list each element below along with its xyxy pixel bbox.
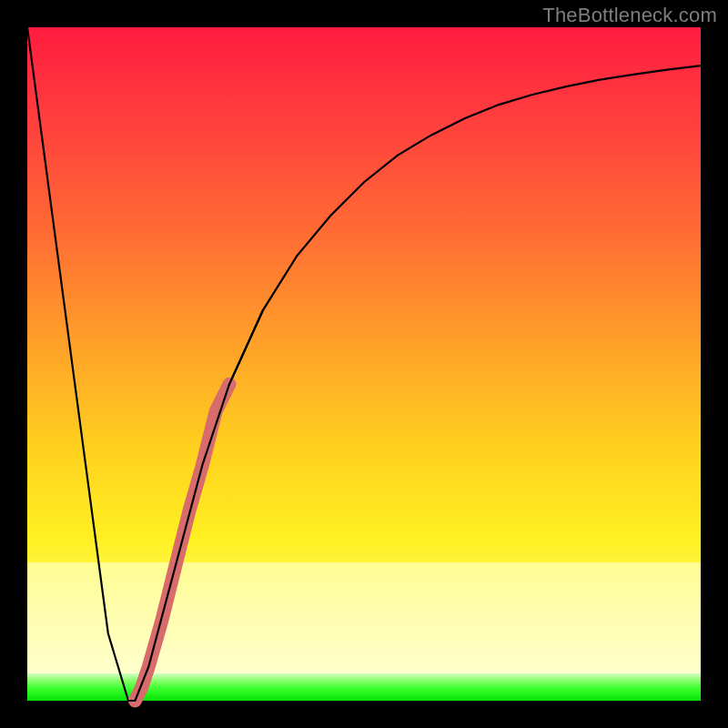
yellow-highlight-band [27,562,701,673]
plot-area [27,27,701,701]
green-zone-band [27,673,701,701]
chart-stage: TheBottleneck.com [0,0,728,728]
chart-svg [0,0,728,728]
watermark-text: TheBottleneck.com [542,4,717,27]
